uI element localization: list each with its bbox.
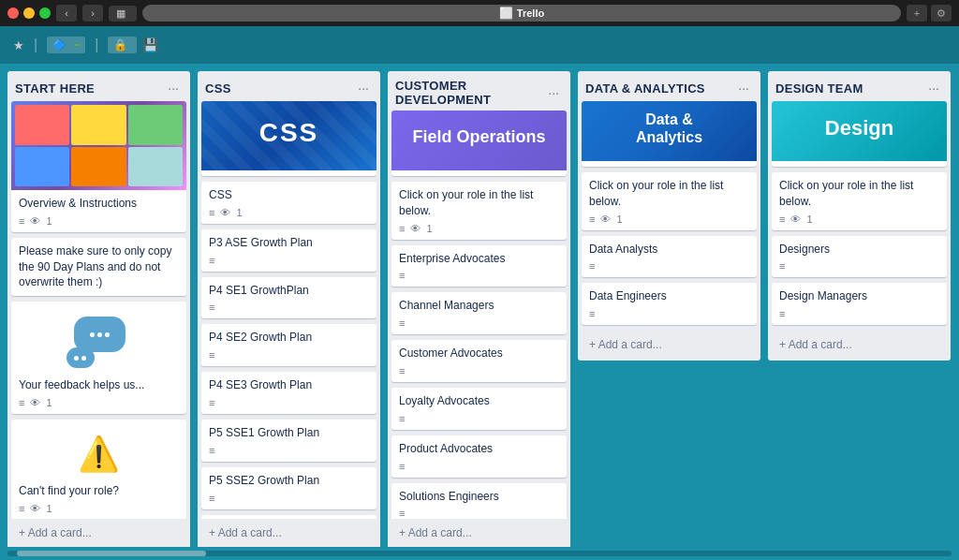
list-menu-btn-css[interactable]: ··· xyxy=(354,79,373,97)
card-text: Data Analysts xyxy=(589,242,749,258)
card-text: Your feedback helps us... xyxy=(19,377,179,393)
address-bar[interactable]: ⬜ Trello xyxy=(142,5,901,22)
list-header-design-team: DESIGN TEAM ··· xyxy=(768,71,951,101)
add-card-btn-customer-dev[interactable]: + Add a card... xyxy=(395,523,563,543)
card-cd-2[interactable]: Enterprise Advocates ≡ xyxy=(391,245,567,287)
count-label: 1 xyxy=(616,214,622,225)
lines-icon: ≡ xyxy=(399,223,405,234)
card-text: P4 SE2 Growth Plan xyxy=(209,330,369,346)
lines-icon: ≡ xyxy=(209,397,214,408)
watch-icon: 👁 xyxy=(600,214,611,225)
card-cd-6[interactable]: Product Advocates ≡ xyxy=(391,435,567,478)
browser-tab[interactable]: ▦ xyxy=(109,6,137,22)
lines-icon: ≡ xyxy=(209,207,214,218)
card-css-5[interactable]: P4 SE3 Growth Plan ≡ xyxy=(201,372,376,414)
add-card-btn-data-analytics[interactable]: + Add a card... xyxy=(585,334,753,355)
css-cover: CSS xyxy=(201,101,376,170)
card-text: Data Engineers xyxy=(589,288,749,304)
list-cards-customer-dev: Field Operations Click on your role in t… xyxy=(388,111,570,519)
card-text: P5 SSE2 Growth Plan xyxy=(209,473,369,489)
list-footer-data-analytics: + Add a card... xyxy=(578,331,760,361)
card-css-7[interactable]: P5 SSE2 Growth Plan ≡ xyxy=(201,467,376,509)
card-cd-3[interactable]: Channel Managers ≡ xyxy=(391,292,567,334)
settings-btn[interactable]: ⚙ xyxy=(931,5,952,22)
star-icon[interactable]: ★ xyxy=(13,38,24,52)
lines-icon: ≡ xyxy=(589,260,595,272)
forward-btn[interactable]: › xyxy=(82,5,103,22)
lines-icon: ≡ xyxy=(399,270,405,281)
card-css-0[interactable]: CSS xyxy=(201,101,376,176)
data-cover: Data &Analytics xyxy=(582,101,757,161)
card-da-0[interactable]: Data &Analytics xyxy=(582,101,757,167)
card-dt-2[interactable]: Designers ≡ xyxy=(772,236,947,278)
card-sh-1[interactable]: Overview & Instructions ≡👁1 xyxy=(11,101,186,232)
list-menu-btn-customer-dev[interactable]: ··· xyxy=(544,83,563,102)
lines-icon: ≡ xyxy=(209,493,214,504)
minimize-window-btn[interactable] xyxy=(23,7,35,19)
card-sh-4[interactable]: ⚠️ Can't find your role? ≡👁1 xyxy=(11,420,186,519)
list-title-customer-dev: CUSTOMER DEVELOPMENT xyxy=(395,79,544,107)
maximize-window-btn[interactable] xyxy=(39,7,51,19)
list-cards-start-here: Overview & Instructions ≡👁1 Please make … xyxy=(7,101,190,519)
card-css-1[interactable]: CSS ≡👁1 xyxy=(201,182,376,224)
list-css: CSS ··· CSS CSS ≡👁1 P3 ASE Growth Plan ≡… xyxy=(198,71,380,547)
card-dt-1[interactable]: Click on your role in the list below. ≡👁… xyxy=(772,172,947,230)
lines-icon: ≡ xyxy=(399,365,405,376)
lines-icon: ≡ xyxy=(399,508,405,519)
list-header-css: CSS ··· xyxy=(198,71,380,101)
new-tab-btn[interactable]: + xyxy=(907,5,927,22)
window-controls[interactable] xyxy=(7,7,51,19)
lines-icon: ≡ xyxy=(589,308,595,319)
card-css-3[interactable]: P4 SE1 GrowthPlan ≡ xyxy=(201,277,376,319)
card-text: Solutions Engineers xyxy=(399,489,559,505)
card-cd-1[interactable]: Click on your role in the list below. ≡👁… xyxy=(391,182,567,240)
scroll-indicator[interactable] xyxy=(7,551,952,556)
card-text: Click on your role in the list below. xyxy=(399,187,559,219)
watch-icon: 👁 xyxy=(30,503,40,514)
list-design-team: DESIGN TEAM ··· Design Click on your rol… xyxy=(768,71,951,361)
team-badge[interactable]: 🔷 xyxy=(47,37,85,53)
card-da-2[interactable]: Data Analysts ≡ xyxy=(582,236,757,278)
private-badge[interactable]: 🔒 xyxy=(108,37,137,53)
card-css-2[interactable]: P3 ASE Growth Plan ≡ xyxy=(201,229,376,272)
list-menu-btn-data-analytics[interactable]: ··· xyxy=(734,79,753,97)
card-css-4[interactable]: P4 SE2 Growth Plan ≡ xyxy=(201,324,376,366)
lines-icon: ≡ xyxy=(779,260,785,272)
header-sep-1: | xyxy=(34,37,37,53)
card-cd-5[interactable]: Loyalty Advocates ≡ xyxy=(391,388,567,430)
back-btn[interactable]: ‹ xyxy=(56,5,77,22)
atlassian-logo-icon: 🔷 xyxy=(52,38,66,52)
app-header-left: ★ | 🔷 | 🔒 💾 xyxy=(7,37,944,53)
add-card-btn-start-here[interactable]: + Add a card... xyxy=(15,523,183,543)
card-thumbnail xyxy=(11,101,186,190)
add-card-btn-css[interactable]: + Add a card... xyxy=(205,523,373,543)
card-text: Enterprise Advocates xyxy=(399,251,559,267)
add-card-btn-design-team[interactable]: + Add a card... xyxy=(775,334,943,355)
card-sh-2[interactable]: Please make sure to only copy the 90 Day… xyxy=(11,238,186,296)
lines-icon: ≡ xyxy=(19,215,24,227)
watch-icon: 👁 xyxy=(790,214,801,225)
lines-icon: ≡ xyxy=(399,317,405,329)
lines-icon: ≡ xyxy=(779,214,785,225)
card-da-3[interactable]: Data Engineers ≡ xyxy=(582,283,757,325)
trello-brand-label: Trello xyxy=(517,7,544,19)
card-cd-4[interactable]: Customer Advocates ≡ xyxy=(391,340,567,382)
card-css-6[interactable]: P5 SSE1 Growth Plan ≡ xyxy=(201,420,376,462)
card-cd-0[interactable]: Field Operations xyxy=(391,111,567,176)
count-label: 1 xyxy=(46,215,52,227)
card-dt-0[interactable]: Design xyxy=(772,101,947,167)
lines-icon: ≡ xyxy=(209,349,214,361)
save-icon[interactable]: 💾 xyxy=(142,37,158,52)
watch-icon: 👁 xyxy=(220,207,230,218)
card-dt-3[interactable]: Design Managers ≡ xyxy=(772,283,947,325)
card-cd-7[interactable]: Solutions Engineers ≡ xyxy=(391,483,567,519)
list-menu-btn-design-team[interactable]: ··· xyxy=(924,79,943,97)
lines-icon: ≡ xyxy=(19,503,24,514)
list-menu-btn-start-here[interactable]: ··· xyxy=(164,79,183,97)
card-sh-3[interactable]: Your feedback helps us... ≡👁1 xyxy=(11,302,186,414)
card-da-1[interactable]: Click on your role in the list below. ≡👁… xyxy=(582,172,757,230)
card-text: Design Managers xyxy=(779,288,939,304)
list-header-data-analytics: DATA & ANALYTICS ··· xyxy=(578,71,760,101)
close-window-btn[interactable] xyxy=(7,7,19,19)
list-header-start-here: START HERE ··· xyxy=(7,71,190,101)
